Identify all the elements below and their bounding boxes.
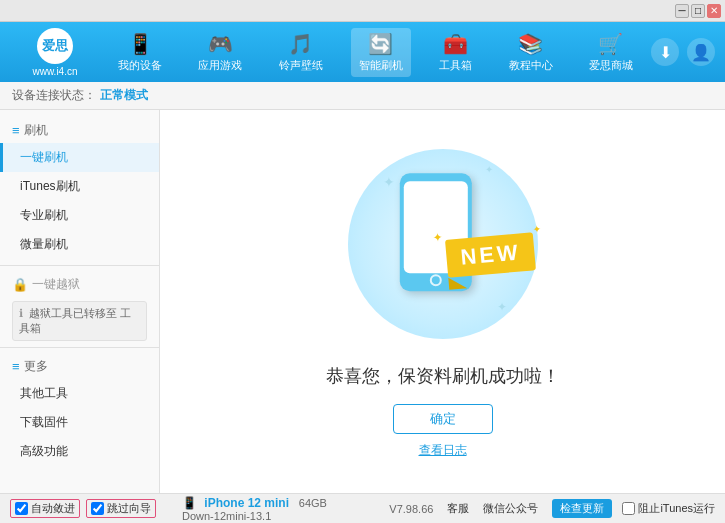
sidebar-divider-1 xyxy=(0,265,159,266)
goto-log-link[interactable]: 查看日志 xyxy=(419,442,467,459)
auto-advance-checkbox[interactable]: 自动敛进 xyxy=(10,499,80,518)
user-button[interactable]: 👤 xyxy=(687,38,715,66)
sidebar-item-pro-flash[interactable]: 专业刷机 xyxy=(0,201,159,230)
status-value: 正常模式 xyxy=(100,87,148,104)
one-click-label: 一键刷机 xyxy=(20,150,68,164)
confirm-button[interactable]: 确定 xyxy=(393,404,493,434)
nav-tutorials[interactable]: 📚 教程中心 xyxy=(501,28,561,77)
logo-url: www.i4.cn xyxy=(32,66,77,77)
nav-toolbox[interactable]: 🧰 工具箱 xyxy=(431,28,480,77)
smart-icon: 🔄 xyxy=(368,32,393,56)
pro-flash-label: 专业刷机 xyxy=(20,208,68,222)
nav-tutorials-label: 教程中心 xyxy=(509,58,553,73)
more-section-header: ≡ 更多 xyxy=(0,354,159,379)
phone-icon: 📱 xyxy=(128,32,153,56)
title-bar: ─ □ ✕ xyxy=(0,0,725,22)
download-button[interactable]: ⬇ xyxy=(651,38,679,66)
device-storage-detail: 64GB xyxy=(299,497,327,509)
flash-section-label: 刷机 xyxy=(24,122,48,139)
logo-icon: 爱思 xyxy=(37,28,73,64)
nav-toolbox-label: 工具箱 xyxy=(439,58,472,73)
itunes-checkbox[interactable] xyxy=(622,502,635,515)
main-area: ≡ 刷机 一键刷机 iTunes刷机 专业刷机 微量刷机 🔒 一键越狱 ℹ 越狱… xyxy=(0,110,725,493)
ringtone-icon: 🎵 xyxy=(288,32,313,56)
jailbreak-section-label: 一键越狱 xyxy=(32,276,80,293)
jailbreak-notice-text: 越狱工具已转移至 工具箱 xyxy=(19,307,131,334)
itunes-status-label: 阻止iTunes运行 xyxy=(638,501,715,516)
maximize-button[interactable]: □ xyxy=(691,4,705,18)
download-fw-label: 下载固件 xyxy=(20,415,68,429)
status-label: 设备连接状态： xyxy=(12,87,96,104)
shop-icon: 🛒 xyxy=(598,32,623,56)
wechat-official-link[interactable]: 微信公众号 xyxy=(483,501,538,516)
auto-advance-input[interactable] xyxy=(15,502,28,515)
micro-flash-label: 微量刷机 xyxy=(20,237,68,251)
tutorials-icon: 📚 xyxy=(518,32,543,56)
other-tools-label: 其他工具 xyxy=(20,386,68,400)
sidebar-item-other-tools[interactable]: 其他工具 xyxy=(0,379,159,408)
nav-bar: 📱 我的设备 🎮 应用游戏 🎵 铃声壁纸 🔄 智能刷机 🧰 工具箱 📚 教程中心… xyxy=(100,28,651,77)
sidebar-item-itunes-flash[interactable]: iTunes刷机 xyxy=(0,172,159,201)
sidebar: ≡ 刷机 一键刷机 iTunes刷机 专业刷机 微量刷机 🔒 一键越狱 ℹ 越狱… xyxy=(0,110,160,493)
more-icon: ≡ xyxy=(12,359,20,374)
bottom-bar: 自动敛进 跳过向导 📱 iPhone 12 mini 64GB Down-12m… xyxy=(0,493,725,523)
sparkle-1: ✦ xyxy=(383,174,395,190)
nav-apps-games[interactable]: 🎮 应用游戏 xyxy=(190,28,250,77)
status-bar: 设备连接状态： 正常模式 xyxy=(0,82,725,110)
header-right: ⬇ 👤 xyxy=(651,38,715,66)
new-badge: NEW ✦ ✦ xyxy=(444,232,536,290)
nav-shop-label: 爱思商城 xyxy=(589,58,633,73)
sidebar-item-download-fw[interactable]: 下载固件 xyxy=(0,408,159,437)
close-button[interactable]: ✕ xyxy=(707,4,721,18)
sidebar-item-micro-flash[interactable]: 微量刷机 xyxy=(0,230,159,259)
apps-icon: 🎮 xyxy=(208,32,233,56)
nav-shop[interactable]: 🛒 爱思商城 xyxy=(581,28,641,77)
sparkle-3: ✦ xyxy=(497,300,507,314)
more-section-label: 更多 xyxy=(24,358,48,375)
itunes-flash-label: iTunes刷机 xyxy=(20,179,80,193)
nav-ringtones-label: 铃声壁纸 xyxy=(279,58,323,73)
success-message: 恭喜您，保资料刷机成功啦！ xyxy=(326,364,560,388)
advanced-label: 高级功能 xyxy=(20,444,68,458)
flash-section-header: ≡ 刷机 xyxy=(0,118,159,143)
flash-section-icon: ≡ xyxy=(12,123,20,138)
bottom-left: 自动敛进 跳过向导 xyxy=(10,499,170,518)
nav-my-device[interactable]: 📱 我的设备 xyxy=(110,28,170,77)
device-storage xyxy=(292,497,295,509)
itunes-status: 阻止iTunes运行 xyxy=(622,501,715,516)
device-info: 📱 iPhone 12 mini 64GB Down-12mini-13.1 xyxy=(170,496,389,522)
nav-my-device-label: 我的设备 xyxy=(118,58,162,73)
logo-area: 爱思 www.i4.cn xyxy=(10,28,100,77)
minimize-button[interactable]: ─ xyxy=(675,4,689,18)
sparkle-2: ✦ xyxy=(485,164,493,175)
auto-advance-label: 自动敛进 xyxy=(31,501,75,516)
skip-guide-label: 跳过向导 xyxy=(107,501,151,516)
skip-guide-input[interactable] xyxy=(91,502,104,515)
device-name: iPhone 12 mini xyxy=(204,496,289,510)
notice-icon: ℹ xyxy=(19,307,23,319)
phone-illustration: NEW ✦ ✦ ✦ ✦ ✦ xyxy=(343,144,543,344)
sidebar-divider-2 xyxy=(0,347,159,348)
nav-smart-flash[interactable]: 🔄 智能刷机 xyxy=(351,28,411,77)
nav-smart-label: 智能刷机 xyxy=(359,58,403,73)
nav-ringtones[interactable]: 🎵 铃声壁纸 xyxy=(271,28,331,77)
nav-apps-label: 应用游戏 xyxy=(198,58,242,73)
jailbreak-section-header: 🔒 一键越狱 xyxy=(0,272,159,297)
content-area: NEW ✦ ✦ ✦ ✦ ✦ 恭喜您，保资料刷机成功啦！ 确定 查看日志 xyxy=(160,110,725,493)
bottom-right: V7.98.66 客服 微信公众号 检查更新 xyxy=(389,499,612,518)
lock-icon: 🔒 xyxy=(12,277,28,292)
device-model: Down-12mini-13.1 xyxy=(182,510,389,522)
check-update-button[interactable]: 检查更新 xyxy=(552,499,612,518)
sidebar-item-advanced[interactable]: 高级功能 xyxy=(0,437,159,466)
version-label: V7.98.66 xyxy=(389,503,433,515)
phone-small-icon: 📱 xyxy=(182,496,197,510)
header: 爱思 www.i4.cn 📱 我的设备 🎮 应用游戏 🎵 铃声壁纸 🔄 智能刷机… xyxy=(0,22,725,82)
sidebar-item-one-click[interactable]: 一键刷机 xyxy=(0,143,159,172)
customer-service-link[interactable]: 客服 xyxy=(447,501,469,516)
toolbox-icon: 🧰 xyxy=(443,32,468,56)
skip-guide-checkbox[interactable]: 跳过向导 xyxy=(86,499,156,518)
jailbreak-notice: ℹ 越狱工具已转移至 工具箱 xyxy=(12,301,147,341)
